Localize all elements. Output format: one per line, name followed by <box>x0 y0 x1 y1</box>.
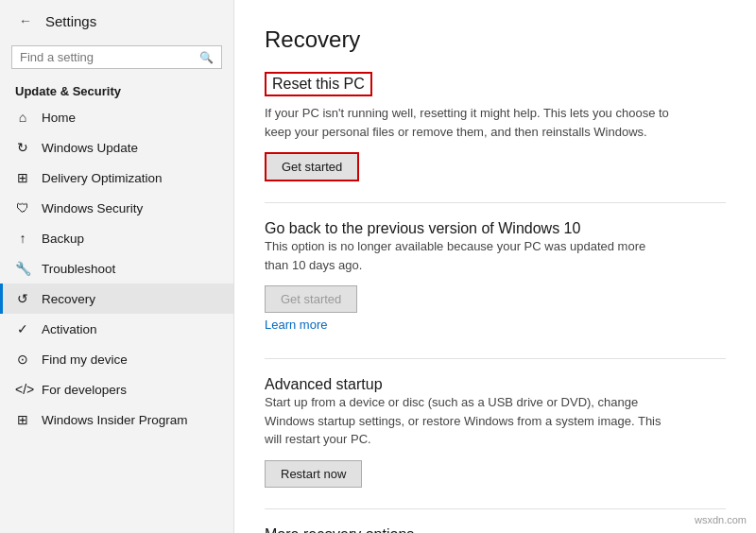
sidebar: ← Settings 🔍 Update & Security ⌂ Home ↻ … <box>0 0 234 533</box>
sidebar-item-home[interactable]: ⌂ Home <box>0 102 233 132</box>
restart-now-button[interactable]: Restart now <box>265 460 362 488</box>
sidebar-item-windows-insider[interactable]: ⊞ Windows Insider Program <box>0 404 233 435</box>
sidebar-item-recovery-label: Recovery <box>42 292 95 306</box>
sidebar-item-windows-security[interactable]: 🛡 Windows Security <box>0 193 233 223</box>
watermark: wsxdn.com <box>695 514 747 525</box>
sidebar-item-recovery[interactable]: ↺ Recovery <box>0 284 233 314</box>
sidebar-item-find-device-label: Find my device <box>42 352 128 367</box>
sidebar-item-backup-label: Backup <box>42 232 84 246</box>
sidebar-item-for-developers-label: For developers <box>42 383 127 397</box>
learn-more-link[interactable]: Learn more <box>265 318 327 332</box>
developer-icon: </> <box>15 382 30 397</box>
sidebar-item-windows-insider-label: Windows Insider Program <box>42 413 188 427</box>
sidebar-item-find-my-device[interactable]: ⊙ Find my device <box>0 344 233 374</box>
find-device-icon: ⊙ <box>15 352 30 367</box>
home-icon: ⌂ <box>15 110 30 125</box>
main-content: Recovery Reset this PC If your PC isn't … <box>234 0 756 533</box>
go-back-title: Go back to the previous version of Windo… <box>265 220 580 236</box>
advanced-startup-desc: Start up from a device or disc (such as … <box>265 393 671 449</box>
more-recovery-section: More recovery options <box>265 526 726 534</box>
divider-1 <box>265 202 726 203</box>
divider-3 <box>265 508 726 509</box>
go-back-title-container: Go back to the previous version of Windo… <box>265 220 726 237</box>
insider-icon: ⊞ <box>15 412 30 427</box>
sidebar-item-windows-update-label: Windows Update <box>42 141 138 155</box>
search-icon: 🔍 <box>199 51 214 64</box>
troubleshoot-icon: 🔧 <box>15 261 30 276</box>
sidebar-title: Settings <box>45 13 96 29</box>
reset-pc-get-started-button[interactable]: Get started <box>265 152 359 181</box>
sidebar-item-troubleshoot-label: Troubleshoot <box>42 262 115 276</box>
go-back-desc: This option is no longer available becau… <box>265 237 671 274</box>
sidebar-item-activation[interactable]: ✓ Activation <box>0 314 233 344</box>
sidebar-item-windows-security-label: Windows Security <box>42 201 143 215</box>
sidebar-item-troubleshoot[interactable]: 🔧 Troubleshoot <box>0 253 233 284</box>
go-back-get-started-button[interactable]: Get started <box>265 285 357 313</box>
delivery-icon: ⊞ <box>15 170 30 185</box>
sidebar-item-delivery-optimization[interactable]: ⊞ Delivery Optimization <box>0 163 233 193</box>
advanced-startup-title: Advanced startup <box>265 376 383 392</box>
reset-pc-title: Reset this PC <box>272 76 365 92</box>
go-back-section: Go back to the previous version of Windo… <box>265 220 726 341</box>
activation-icon: ✓ <box>15 321 30 336</box>
advanced-startup-section: Advanced startup Start up from a device … <box>265 376 726 491</box>
divider-2 <box>265 358 726 359</box>
back-button[interactable]: ← <box>15 11 36 30</box>
update-icon: ↻ <box>15 140 30 155</box>
sidebar-header: ← Settings <box>0 0 233 42</box>
search-box: 🔍 <box>11 45 222 69</box>
reset-pc-section: Reset this PC If your PC isn't running w… <box>265 72 726 185</box>
sidebar-section-label: Update & Security <box>0 78 233 102</box>
sidebar-item-windows-update[interactable]: ↻ Windows Update <box>0 132 233 163</box>
recovery-icon: ↺ <box>15 291 30 306</box>
more-recovery-title: More recovery options <box>265 526 414 534</box>
sidebar-item-activation-label: Activation <box>42 322 97 336</box>
reset-pc-title-box: Reset this PC <box>265 72 372 96</box>
sidebar-item-home-label: Home <box>42 111 76 125</box>
page-title: Recovery <box>265 26 726 53</box>
shield-icon: 🛡 <box>15 200 30 215</box>
sidebar-item-for-developers[interactable]: </> For developers <box>0 374 233 404</box>
sidebar-item-delivery-label: Delivery Optimization <box>42 171 163 185</box>
sidebar-item-backup[interactable]: ↑ Backup <box>0 223 233 253</box>
search-input[interactable] <box>20 50 194 64</box>
reset-pc-desc: If your PC isn't running well, resetting… <box>265 104 671 141</box>
backup-icon: ↑ <box>15 231 30 246</box>
